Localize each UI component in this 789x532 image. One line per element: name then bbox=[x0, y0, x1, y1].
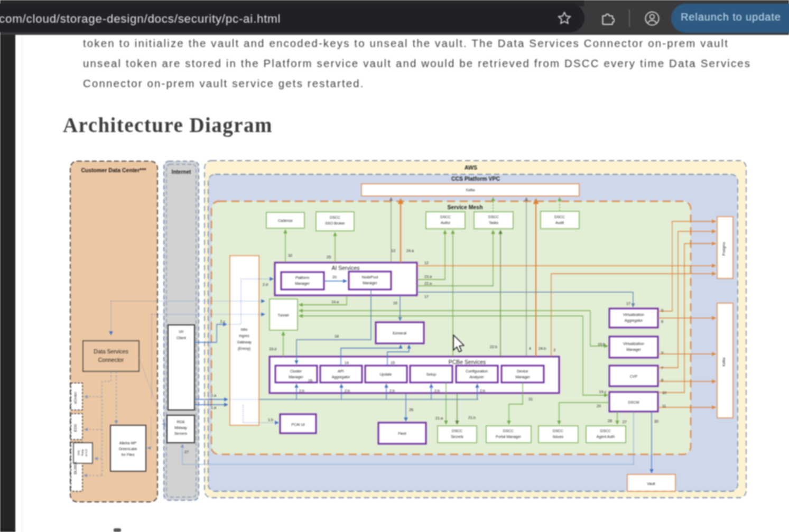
svg-text:Cluster: Cluster bbox=[290, 369, 302, 373]
svg-text:Fleet: Fleet bbox=[398, 432, 406, 435]
svg-text:6: 6 bbox=[661, 319, 663, 324]
svg-text:2.b: 2.b bbox=[345, 388, 350, 393]
svg-text:Portal Manager: Portal Manager bbox=[496, 435, 522, 439]
svg-text:CVP: CVP bbox=[630, 375, 638, 378]
svg-text:19.a: 19.a bbox=[331, 300, 339, 304]
svg-text:DSCC: DSCC bbox=[600, 429, 611, 433]
svg-text:DSCC: DSCC bbox=[553, 429, 563, 433]
svg-text:Analyzer: Analyzer bbox=[469, 375, 484, 379]
svg-text:Kafka: Kafka bbox=[722, 357, 726, 366]
svg-text:DSCM: DSCM bbox=[628, 400, 639, 404]
svg-text:2.b: 2.b bbox=[480, 388, 485, 393]
svg-text:20: 20 bbox=[332, 275, 337, 279]
svg-text:NodePool: NodePool bbox=[362, 275, 378, 279]
svg-text:18: 18 bbox=[335, 334, 339, 339]
svg-text:26: 26 bbox=[409, 407, 413, 412]
svg-text:19.d: 19.d bbox=[269, 347, 276, 351]
svg-text:DSCC: DSCC bbox=[440, 215, 451, 219]
svg-text:Customer Data Center***: Customer Data Center*** bbox=[81, 167, 146, 173]
svg-text:Alletra MP: Alletra MP bbox=[119, 441, 137, 445]
svg-text:Virtualization: Virtualization bbox=[623, 342, 644, 346]
svg-text:Audit: Audit bbox=[555, 221, 564, 225]
svg-text:HPE: HPE bbox=[77, 450, 80, 455]
svg-text:Service Mesh: Service Mesh bbox=[447, 204, 482, 210]
svg-text:Ingres: Ingres bbox=[239, 334, 249, 338]
svg-text:DSCC: DSCC bbox=[503, 429, 514, 433]
svg-text:Manager: Manager bbox=[626, 348, 641, 352]
svg-text:26: 26 bbox=[308, 378, 312, 383]
svg-text:DSCC: DSCC bbox=[330, 216, 340, 219]
svg-text:4: 4 bbox=[529, 346, 531, 351]
svg-text:15: 15 bbox=[391, 360, 395, 365]
svg-text:9: 9 bbox=[661, 350, 663, 355]
svg-text:11: 11 bbox=[662, 404, 666, 408]
svg-text:Authz: Authz bbox=[441, 221, 450, 225]
svg-text:1.b: 1.b bbox=[268, 417, 273, 422]
svg-text:Connector: Connector bbox=[98, 357, 124, 363]
svg-text:3: 3 bbox=[553, 348, 555, 352]
svg-text:Ezmeral: Ezmeral bbox=[393, 331, 406, 335]
svg-text:17: 17 bbox=[626, 301, 630, 306]
svg-text:5: 5 bbox=[661, 308, 663, 313]
svg-text:24.b: 24.b bbox=[539, 346, 546, 351]
svg-text:DL380A: DL380A bbox=[73, 462, 77, 474]
svg-text:14: 14 bbox=[345, 360, 349, 365]
svg-text:23.a: 23.a bbox=[424, 274, 432, 279]
svg-text:GreenLake: GreenLake bbox=[119, 447, 137, 451]
svg-text:22.b: 22.b bbox=[490, 344, 497, 349]
svg-text:nt iLO: nt iLO bbox=[85, 449, 88, 456]
svg-text:2.a: 2.a bbox=[211, 393, 216, 398]
svg-text:22.a: 22.a bbox=[424, 281, 432, 286]
svg-text:31: 31 bbox=[528, 397, 533, 402]
svg-text:Prolia: Prolia bbox=[81, 449, 84, 456]
svg-text:2.d: 2.d bbox=[263, 282, 268, 287]
svg-text:2.b: 2.b bbox=[434, 388, 440, 393]
svg-text:UI/: UI/ bbox=[179, 330, 184, 333]
svg-text:24.a: 24.a bbox=[406, 248, 414, 253]
svg-text:Virtualization: Virtualization bbox=[623, 313, 644, 316]
svg-text:Tasks: Tasks bbox=[489, 221, 498, 225]
svg-text:Aggregator: Aggregator bbox=[625, 319, 643, 323]
svg-text:DSCC: DSCC bbox=[554, 215, 565, 219]
svg-text:Postgres: Postgres bbox=[722, 241, 726, 255]
svg-text:Cadence: Cadence bbox=[278, 219, 293, 222]
svg-text:Configuration: Configuration bbox=[466, 369, 488, 374]
svg-text:Data Services: Data Services bbox=[94, 348, 128, 354]
svg-text:21.a: 21.a bbox=[435, 416, 443, 421]
svg-text:27: 27 bbox=[184, 450, 189, 454]
svg-text:Device: Device bbox=[517, 369, 528, 373]
svg-text:16: 16 bbox=[393, 301, 397, 305]
svg-text:13: 13 bbox=[391, 248, 395, 253]
svg-text:1.a: 1.a bbox=[211, 405, 216, 410]
svg-text:PCBe Services: PCBe Services bbox=[449, 359, 486, 365]
svg-text:Manager: Manager bbox=[515, 375, 530, 379]
svg-text:2.b: 2.b bbox=[299, 388, 304, 393]
svg-text:27: 27 bbox=[623, 419, 627, 424]
svg-text:29: 29 bbox=[597, 404, 601, 408]
svg-text:Update: Update bbox=[380, 372, 392, 377]
svg-text:19.c: 19.c bbox=[599, 389, 606, 394]
svg-text:ESXi: ESXi bbox=[73, 424, 77, 432]
svg-text:for Files: for Files bbox=[122, 453, 135, 456]
svg-text:19.b: 19.b bbox=[598, 342, 605, 347]
svg-text:Manager: Manager bbox=[289, 375, 303, 379]
svg-text:API: API bbox=[338, 369, 344, 373]
svg-text:7: 7 bbox=[661, 366, 663, 370]
svg-text:Platform: Platform bbox=[295, 276, 309, 279]
svg-text:DSCC: DSCC bbox=[488, 215, 499, 219]
svg-text:Kafka: Kafka bbox=[466, 188, 475, 192]
svg-text:32: 32 bbox=[288, 253, 292, 258]
svg-text:10: 10 bbox=[662, 390, 666, 395]
svg-text:21.b: 21.b bbox=[468, 415, 476, 420]
svg-text:25: 25 bbox=[327, 255, 331, 259]
svg-text:17: 17 bbox=[424, 294, 429, 299]
svg-text:CCS Platform VPC: CCS Platform VPC bbox=[451, 175, 500, 182]
svg-text:30: 30 bbox=[654, 419, 658, 424]
svg-text:Gateway: Gateway bbox=[237, 340, 252, 344]
svg-text:Issues: Issues bbox=[553, 435, 564, 438]
svg-text:Manager: Manager bbox=[363, 281, 377, 285]
svg-text:vCenter: vCenter bbox=[73, 391, 77, 404]
svg-text:Manager: Manager bbox=[295, 282, 310, 286]
svg-text:Aggregator: Aggregator bbox=[332, 375, 350, 379]
svg-text:12: 12 bbox=[424, 260, 429, 265]
